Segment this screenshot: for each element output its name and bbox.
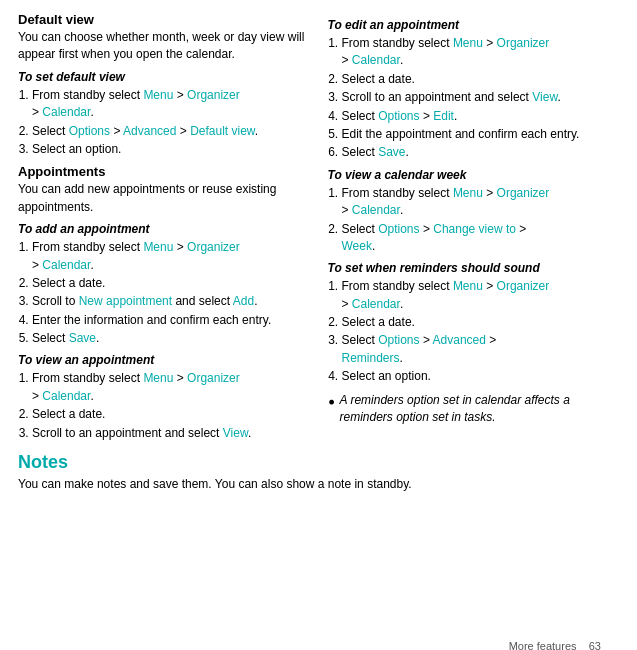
step: From standby select Menu > Organizer> Ca… — [342, 278, 620, 313]
footer: More features 63 — [509, 640, 601, 650]
link: Menu — [453, 186, 483, 200]
set-default-view-steps: From standby select Menu > Organizer> Ca… — [18, 87, 310, 159]
link: Default view — [190, 124, 255, 138]
link: Save — [69, 331, 96, 345]
note-bullet-icon: ⦁ — [328, 393, 334, 427]
step: Select Options > Advanced > Default view… — [32, 123, 310, 140]
step: From standby select Menu > Organizer> Ca… — [342, 35, 620, 70]
link: Edit — [433, 109, 454, 123]
step: Edit the appointment and confirm each en… — [342, 126, 620, 143]
appointments-heading: Appointments — [18, 164, 310, 179]
link: Organizer — [497, 186, 550, 200]
link: Organizer — [187, 371, 240, 385]
set-reminders-heading: To set when reminders should sound — [328, 261, 620, 275]
link: Week — [342, 239, 372, 253]
left-column: Default view You can choose whether mont… — [18, 12, 310, 448]
link: Save — [378, 145, 405, 159]
step: From standby select Menu > Organizer> Ca… — [32, 239, 310, 274]
link: Add — [233, 294, 254, 308]
view-appointment-heading: To view an appointment — [18, 353, 310, 367]
step: Enter the information and confirm each e… — [32, 312, 310, 329]
step: Select Options > Edit. — [342, 108, 620, 125]
note-block: ⦁ A reminders option set in calendar aff… — [328, 392, 620, 427]
link: Menu — [453, 279, 483, 293]
link: Change view to — [433, 222, 516, 236]
add-appointment-steps: From standby select Menu > Organizer> Ca… — [18, 239, 310, 347]
link: Menu — [143, 88, 173, 102]
step: Select Save. — [32, 330, 310, 347]
step: Select a date. — [32, 275, 310, 292]
default-view-body: You can choose whether month, week or da… — [18, 29, 310, 64]
notes-body: You can make notes and save them. You ca… — [18, 476, 619, 493]
view-calendar-week-steps: From standby select Menu > Organizer> Ca… — [328, 185, 620, 256]
link: Menu — [143, 371, 173, 385]
note-text: A reminders option set in calendar affec… — [340, 392, 620, 427]
default-view-heading: Default view — [18, 12, 310, 27]
link: Advanced — [123, 124, 176, 138]
link: Menu — [143, 240, 173, 254]
link: Calendar — [352, 297, 400, 311]
step: Select an option. — [32, 141, 310, 158]
step: Select a date. — [342, 314, 620, 331]
step: From standby select Menu > Organizer> Ca… — [342, 185, 620, 220]
step: Select a date. — [342, 71, 620, 88]
page-layout: Default view You can choose whether mont… — [18, 12, 619, 499]
link: Advanced — [433, 333, 486, 347]
link: New appointment — [79, 294, 172, 308]
step: Scroll to New appointment and select Add… — [32, 293, 310, 310]
step: Scroll to an appointment and select View… — [32, 425, 310, 442]
step: Select a date. — [32, 406, 310, 423]
view-calendar-week-heading: To view a calendar week — [328, 168, 620, 182]
link: Calendar — [352, 53, 400, 67]
link: View — [223, 426, 248, 440]
step: Select Options > Advanced >Reminders. — [342, 332, 620, 367]
right-column: To edit an appointment From standby sele… — [328, 12, 620, 448]
link: Calendar — [42, 389, 90, 403]
link: Organizer — [187, 240, 240, 254]
notes-heading: Notes — [18, 452, 619, 473]
page-number: 63 — [589, 640, 601, 650]
add-appointment-heading: To add an appointment — [18, 222, 310, 236]
link: Organizer — [497, 279, 550, 293]
link: Calendar — [42, 105, 90, 119]
view-appointment-steps: From standby select Menu > Organizer> Ca… — [18, 370, 310, 442]
edit-appointment-heading: To edit an appointment — [328, 18, 620, 32]
step: From standby select Menu > Organizer> Ca… — [32, 87, 310, 122]
set-reminders-steps: From standby select Menu > Organizer> Ca… — [328, 278, 620, 385]
link: Options — [378, 333, 419, 347]
link: View — [532, 90, 557, 104]
link: Menu — [453, 36, 483, 50]
link: Options — [378, 222, 419, 236]
link: Options — [69, 124, 110, 138]
appointments-body: You can add new appointments or reuse ex… — [18, 181, 310, 216]
edit-appointment-steps: From standby select Menu > Organizer> Ca… — [328, 35, 620, 162]
step: Select Save. — [342, 144, 620, 161]
step: Scroll to an appointment and select View… — [342, 89, 620, 106]
link: Options — [378, 109, 419, 123]
set-default-view-heading: To set default view — [18, 70, 310, 84]
step: From standby select Menu > Organizer> Ca… — [32, 370, 310, 405]
link: Organizer — [187, 88, 240, 102]
footer-text: More features — [509, 640, 577, 650]
step: Select an option. — [342, 368, 620, 385]
page-wrapper: Default view You can choose whether mont… — [18, 12, 619, 650]
link: Organizer — [497, 36, 550, 50]
link: Reminders — [342, 351, 400, 365]
link: Calendar — [42, 258, 90, 272]
link: Calendar — [352, 203, 400, 217]
step: Select Options > Change view to >Week. — [342, 221, 620, 256]
notes-section: Notes You can make notes and save them. … — [18, 452, 619, 499]
